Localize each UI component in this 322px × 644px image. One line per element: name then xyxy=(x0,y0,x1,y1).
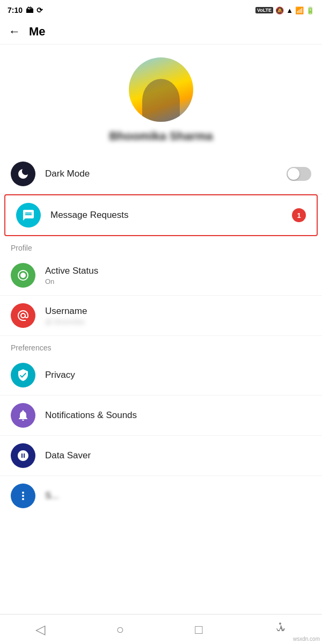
username-section: Username @ bhoomika xyxy=(0,296,322,336)
moon-icon xyxy=(17,167,30,180)
preferences-section-label: Preferences xyxy=(0,336,322,355)
avatar-silhouette xyxy=(142,79,180,122)
nav-home-button[interactable]: ○ xyxy=(105,618,135,641)
username-label: Username xyxy=(45,306,311,317)
bell-icon xyxy=(17,409,30,422)
data-saver-label: Data Saver xyxy=(45,450,311,461)
data-saver-content: Data Saver xyxy=(45,450,311,461)
shield-icon xyxy=(17,369,30,382)
mute-icon: 🔕 xyxy=(275,6,284,14)
profile-section-label: Profile xyxy=(0,236,322,255)
chat-icon xyxy=(22,209,35,222)
message-requests-badge: 1 xyxy=(292,208,306,222)
time-display: 7:10 xyxy=(8,6,23,14)
active-status-section: Active Status On xyxy=(0,255,322,296)
notifications-icon-bg xyxy=(11,403,35,428)
message-requests-item[interactable]: Message Requests 1 xyxy=(5,195,317,235)
profile-section: Bhoomika Sharma xyxy=(0,45,322,154)
message-requests-label: Message Requests xyxy=(50,210,292,221)
more-section: S... xyxy=(0,476,322,516)
nav-recent-button[interactable]: □ xyxy=(184,618,214,641)
status-bar-right: VoLTE 🔕 ▲ 📶 🔋 xyxy=(255,6,314,14)
wifi-icon: ▲ xyxy=(286,6,293,14)
privacy-section: Privacy xyxy=(0,355,322,396)
notifications-content: Notifications & Sounds xyxy=(45,410,311,421)
username-icon-bg xyxy=(11,303,35,328)
signal-icon: 📶 xyxy=(295,6,304,14)
dark-mode-right xyxy=(287,167,311,181)
username-item[interactable]: Username @ bhoomika xyxy=(0,296,322,336)
dark-mode-label: Dark Mode xyxy=(45,169,287,179)
dark-mode-toggle[interactable] xyxy=(287,167,311,181)
svg-point-2 xyxy=(279,623,281,625)
svg-point-0 xyxy=(20,273,26,278)
more-item[interactable]: S... xyxy=(0,476,322,516)
active-status-label: Active Status xyxy=(45,266,311,276)
bottom-nav: ◁ ○ □ xyxy=(0,614,322,644)
nav-person-button[interactable] xyxy=(263,617,297,642)
username-content: Username @ bhoomika xyxy=(45,306,311,326)
data-saver-icon-bg xyxy=(11,443,35,468)
notifications-item[interactable]: Notifications & Sounds xyxy=(0,396,322,436)
header: ← Me xyxy=(0,19,322,45)
active-status-item[interactable]: Active Status On xyxy=(0,255,322,296)
avatar[interactable] xyxy=(129,57,193,122)
privacy-icon-bg xyxy=(11,363,35,387)
accessibility-icon xyxy=(274,621,287,634)
active-status-sub: On xyxy=(45,277,311,286)
privacy-label: Privacy xyxy=(45,370,311,380)
display-name: Bhoomika Sharma xyxy=(109,129,213,143)
status-bar: 7:10 🏔 ⟳ VoLTE 🔕 ▲ 📶 🔋 xyxy=(0,0,322,19)
messenger-icon: ⟳ xyxy=(36,6,43,14)
message-requests-icon-bg xyxy=(16,203,41,228)
dark-mode-section: Dark Mode xyxy=(0,154,322,194)
more-content: S... xyxy=(45,491,311,501)
dark-mode-item[interactable]: Dark Mode xyxy=(0,154,322,194)
privacy-item[interactable]: Privacy xyxy=(0,355,322,396)
data-saver-item[interactable]: Data Saver xyxy=(0,436,322,476)
watermark: wsxdn.com xyxy=(293,636,320,642)
data-saver-icon xyxy=(17,449,30,462)
message-requests-highlighted: Message Requests 1 xyxy=(4,194,318,236)
volte-badge: VoLTE xyxy=(255,7,273,13)
username-value: @ bhoomika xyxy=(45,318,311,326)
at-icon xyxy=(17,309,30,322)
page-title: Me xyxy=(29,25,46,39)
back-button[interactable]: ← xyxy=(9,25,20,39)
more-icon-bg xyxy=(11,484,35,508)
data-saver-section: Data Saver xyxy=(0,436,322,476)
dark-mode-icon-bg xyxy=(11,162,35,186)
active-status-content: Active Status On xyxy=(45,266,311,286)
main-content: Bhoomika Sharma Dark Mode xyxy=(0,45,322,548)
photo-icon: 🏔 xyxy=(26,6,33,14)
message-requests-right: 1 xyxy=(292,208,306,222)
more-icon xyxy=(17,489,30,502)
toggle-knob xyxy=(288,168,299,180)
active-status-icon xyxy=(17,269,30,282)
active-status-icon-bg xyxy=(11,263,35,288)
dark-mode-content: Dark Mode xyxy=(45,169,287,179)
status-bar-left: 7:10 🏔 ⟳ xyxy=(8,6,43,14)
notifications-label: Notifications & Sounds xyxy=(45,410,311,421)
nav-back-button[interactable]: ◁ xyxy=(25,618,56,641)
battery-icon: 🔋 xyxy=(306,6,314,14)
privacy-content: Privacy xyxy=(45,370,311,380)
notifications-section: Notifications & Sounds xyxy=(0,396,322,436)
message-requests-content: Message Requests xyxy=(50,210,292,221)
more-label: S... xyxy=(45,491,311,501)
